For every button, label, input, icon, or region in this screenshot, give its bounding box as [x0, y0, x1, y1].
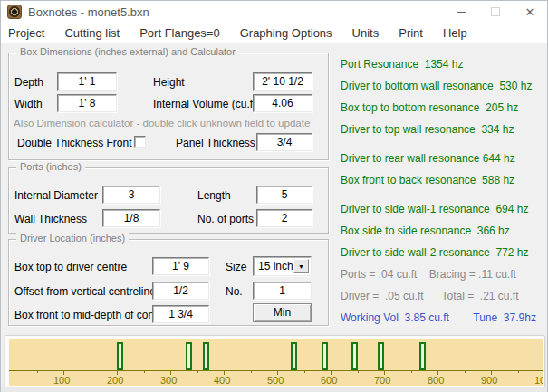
width-label: Width: [14, 98, 43, 110]
app-window: Boxnotes - monet5.bxn ✕ ProjectCutting l…: [0, 0, 548, 392]
depth-field[interactable]: 1' 1: [57, 72, 117, 91]
x-axis-minor-tick: [518, 370, 519, 373]
result-line: Box side to side resonance 366 hz: [341, 220, 547, 242]
x-axis-minor-tick: [358, 370, 359, 373]
minimize-icon: [457, 12, 466, 13]
menu-item-print[interactable]: Print: [399, 24, 432, 42]
driver-number-label: No.: [226, 285, 243, 298]
x-axis-tick-label: 600: [321, 375, 337, 386]
menu-item-port-flanges-0[interactable]: Port Flanges=0: [139, 24, 229, 42]
maximize-button[interactable]: [478, 1, 513, 23]
offset-label: Offset from vertical centreline: [14, 285, 156, 298]
dropdown-button[interactable]: ▼: [293, 259, 309, 273]
window-title: Boxnotes - monet5.bxn: [28, 5, 149, 19]
panel-thickness-label: Panel Thickness: [176, 137, 255, 149]
x-axis-minor-tick: [144, 370, 145, 373]
port-length-field[interactable]: 5: [256, 186, 312, 204]
port-length-label: Length: [197, 189, 231, 202]
double-thickness-label: Double Thickness Front: [17, 137, 132, 149]
internal-volume-field[interactable]: 4.06: [253, 94, 312, 112]
results-panel: Port Resonance 1354 hzDriver to bottom w…: [341, 53, 547, 329]
result-line: Driver to top wall resonance 334 hz: [341, 119, 547, 140]
result-line: Driver to side wall-2 resonance 772 hz: [341, 242, 547, 263]
driver-size-dropdown[interactable]: 15 inch ▼: [253, 256, 312, 276]
menu-item-help[interactable]: Help: [443, 24, 476, 42]
resonance-bar: [203, 342, 209, 370]
menu-item-units[interactable]: Units: [352, 24, 389, 42]
result-line: Driver to bottom wall resonance 530 hz: [341, 75, 547, 97]
result-line: Driver to side wall-1 resonance 694 hz: [341, 198, 547, 220]
driver-size-value: 15 inch: [254, 260, 293, 272]
front-to-cone-field[interactable]: 1 3/4: [152, 305, 209, 323]
x-axis-tick-label: 900: [481, 375, 497, 386]
x-axis-minor-tick: [251, 370, 252, 373]
internal-diameter-label: Internal Diameter: [14, 189, 98, 202]
menu-item-project[interactable]: Project: [8, 24, 53, 42]
maximize-icon: [491, 7, 500, 16]
menu-bar: ProjectCutting listPort Flanges=0Graphin…: [1, 23, 547, 43]
x-axis-tick-label: 200: [107, 375, 123, 386]
internal-volume-label: Internal Volume (cu.ft): [153, 98, 259, 110]
close-button[interactable]: ✕: [513, 1, 547, 23]
x-axis-tick-label: 700: [374, 375, 390, 386]
x-axis-minor-tick: [411, 370, 412, 373]
panel-thickness-field[interactable]: 3/4: [256, 133, 312, 151]
internal-diameter-field[interactable]: 3: [102, 186, 160, 204]
x-axis-tick-label: 500: [267, 375, 284, 386]
x-axis: [9, 370, 543, 371]
x-axis-minor-tick: [304, 370, 305, 373]
minimize-button[interactable]: [444, 1, 478, 23]
title-bar: Boxnotes - monet5.bxn ✕: [1, 1, 547, 23]
result-line: Working Vol 3.85 cu.ft Tune 37.9hz: [341, 307, 547, 329]
driver-number-field[interactable]: 1: [253, 282, 312, 300]
offset-field[interactable]: 1/2: [152, 282, 209, 300]
x-axis-minor-tick: [465, 370, 466, 373]
result-line: Driver = .05 cu.ft Total = .21 cu.ft: [341, 285, 547, 307]
resonance-chart: 1002003004005006007008009001000: [9, 339, 543, 386]
result-line: Driver to rear wall resonance 644 hz: [341, 148, 547, 169]
num-ports-field[interactable]: 2: [256, 209, 312, 227]
x-axis-minor-tick: [91, 370, 91, 373]
resonance-bar: [378, 342, 384, 370]
x-axis-tick-label: 300: [160, 375, 177, 386]
app-speaker-icon: [7, 5, 22, 19]
top-to-centre-label: Box top to driver centre: [14, 261, 127, 273]
num-ports-label: No. of ports: [197, 213, 254, 225]
result-line: Box top to bottom resonance 205 hz: [341, 97, 547, 119]
results-group: Port Resonance 1354 hzDriver to bottom w…: [341, 53, 547, 140]
window-bottom-edge: [1, 387, 547, 392]
x-axis-tick-label: 800: [428, 375, 444, 386]
resonance-bar: [186, 342, 192, 370]
resonance-bar: [419, 342, 426, 370]
x-axis-tick-label: 100: [53, 375, 70, 386]
window-controls: ✕: [444, 1, 547, 23]
min-button[interactable]: Min: [253, 303, 312, 322]
height-label: Height: [153, 76, 185, 89]
wall-thickness-field[interactable]: 1/8: [102, 209, 160, 227]
resonance-bar: [117, 342, 123, 370]
x-axis-minor-tick: [197, 370, 198, 373]
dimension-calculator-hint: Also Dimension calculator - double click…: [14, 118, 310, 129]
top-to-centre-field[interactable]: 1' 9: [152, 257, 209, 275]
results-group: Driver to side wall-1 resonance 694 hzBo…: [341, 198, 547, 263]
menu-item-cutting-list[interactable]: Cutting list: [64, 24, 129, 42]
close-icon: ✕: [525, 6, 535, 18]
depth-label: Depth: [14, 76, 43, 89]
results-group: Driver to rear wall resonance 644 hzBox …: [341, 148, 547, 191]
wall-thickness-label: Wall Thickness: [14, 213, 87, 225]
result-line: Ports = .04 cu.ft Bracing = .11 cu.ft: [341, 263, 547, 285]
driver-size-label: Size: [226, 261, 246, 273]
double-thickness-checkbox[interactable]: [134, 136, 146, 148]
height-field[interactable]: 2' 10 1/2: [253, 72, 312, 91]
width-field[interactable]: 1' 8: [57, 94, 117, 112]
chevron-down-icon: ▼: [298, 263, 304, 270]
result-line: Box front to back resonance 588 hz: [341, 169, 547, 191]
resonance-bar: [291, 342, 297, 370]
x-axis-tick-label: 400: [214, 375, 230, 386]
resonance-bar: [322, 342, 328, 370]
x-axis-minor-tick: [37, 370, 38, 373]
results-group: Ports = .04 cu.ft Bracing = .11 cu.ftDri…: [341, 263, 547, 307]
menu-item-graphing-options[interactable]: Graphing Options: [240, 24, 341, 42]
group-box-dimensions-label: Box Dimensions (inches external) and Cal…: [16, 46, 239, 57]
resonance-chart-frame: 1002003004005006007008009001000: [5, 335, 545, 387]
